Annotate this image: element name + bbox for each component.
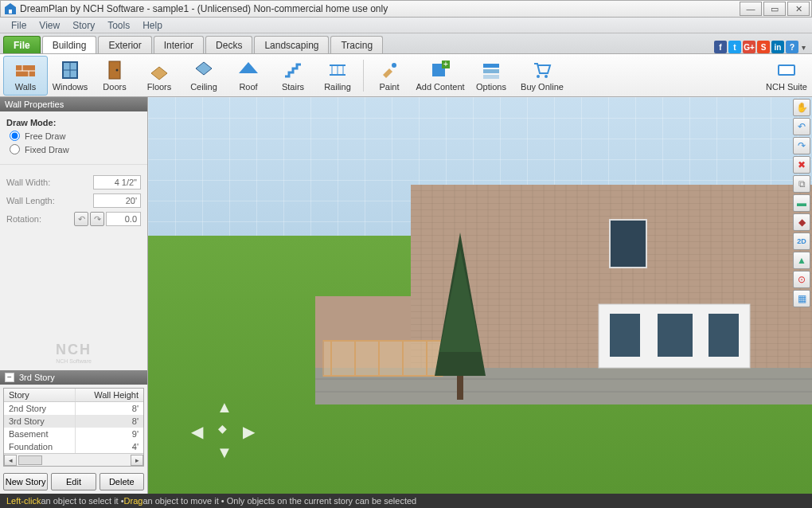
- roof-icon: [237, 59, 260, 81]
- social-dropdown[interactable]: ▾: [800, 43, 807, 52]
- collapse-story-button[interactable]: −: [5, 373, 14, 382]
- linkedin-icon[interactable]: in: [771, 41, 784, 53]
- rotation-input[interactable]: [106, 212, 141, 226]
- svg-text:+: +: [443, 60, 448, 68]
- tab-file[interactable]: File: [3, 36, 41, 53]
- stumble-icon[interactable]: S: [757, 41, 770, 53]
- roof-icon[interactable]: ▲: [793, 252, 810, 269]
- svg-rect-22: [483, 64, 499, 68]
- nav-up[interactable]: ▲: [217, 398, 232, 416]
- tab-interior[interactable]: Interior: [154, 36, 204, 53]
- house-model: [315, 185, 812, 416]
- app-title: DreamPlan by NCH Software - sample1 - (U…: [20, 3, 388, 14]
- wall-length-input[interactable]: [93, 193, 141, 208]
- tool-add-content[interactable]: +Add Content: [412, 56, 469, 96]
- redo-icon[interactable]: ↷: [793, 137, 810, 154]
- pan-icon[interactable]: ✋: [793, 99, 810, 116]
- draw-mode-label: Draw Mode:: [6, 118, 56, 127]
- buy-icon: [531, 59, 553, 81]
- maximize-button[interactable]: ▭: [763, 2, 786, 16]
- scroll-left-button[interactable]: ◂: [4, 455, 17, 466]
- svg-rect-42: [610, 220, 646, 268]
- tool-stairs[interactable]: Stairs: [271, 56, 315, 96]
- edit-button[interactable]: Edit: [51, 473, 96, 490]
- new-story-button[interactable]: New Story: [3, 473, 48, 490]
- menu-tools[interactable]: Tools: [101, 20, 136, 31]
- close-button[interactable]: ✕: [787, 2, 810, 16]
- snap-icon[interactable]: ⊙: [793, 271, 810, 288]
- scroll-right-button[interactable]: ▸: [131, 455, 143, 466]
- tab-landscaping[interactable]: Landscaping: [254, 36, 329, 53]
- svg-point-26: [545, 75, 548, 78]
- tab-building[interactable]: Building: [42, 36, 97, 53]
- story-col-height[interactable]: Wall Height: [76, 389, 143, 401]
- tool-paint[interactable]: Paint: [367, 56, 412, 96]
- rotate-ccw-button[interactable]: ↶: [74, 212, 88, 226]
- table-row[interactable]: 2nd Story8': [4, 402, 143, 415]
- menu-help[interactable]: Help: [136, 20, 169, 31]
- story-table: Story Wall Height 2nd Story8'3rd Story8'…: [3, 388, 144, 467]
- tool-buy-online[interactable]: Buy Online: [513, 56, 571, 96]
- help-icon[interactable]: ?: [786, 41, 798, 53]
- tool-floors[interactable]: Floors: [137, 56, 182, 96]
- sidebar: Wall Properties Draw Mode: Free Draw Fix…: [0, 97, 148, 494]
- add-icon: +: [429, 59, 451, 81]
- google-icon[interactable]: G+: [743, 41, 755, 53]
- svg-marker-12: [239, 62, 258, 73]
- menu-story[interactable]: Story: [66, 20, 101, 31]
- tool-walls[interactable]: Walls: [3, 56, 48, 96]
- tab-exterior[interactable]: Exterior: [98, 36, 151, 53]
- menu-bar: FileViewStoryToolsHelp: [0, 18, 812, 33]
- paint-icon: [378, 59, 400, 81]
- free-draw-radio[interactable]: [10, 131, 20, 141]
- wall-width-input[interactable]: [93, 175, 141, 190]
- story-icon[interactable]: ▬: [793, 194, 810, 212]
- twitter-icon[interactable]: t: [728, 41, 741, 53]
- tool-doors[interactable]: Doors: [92, 56, 137, 96]
- viewport-3d[interactable]: ▲ ▼ ◀ ▶ ◆ ✋↶↷✖⧉▬◆2D▲⊙▦: [148, 97, 812, 494]
- copy-icon[interactable]: ⧉: [793, 175, 810, 193]
- nav-down[interactable]: ▼: [217, 444, 232, 462]
- delete-icon[interactable]: ✖: [793, 156, 810, 174]
- toolbar: WallsWindowsDoorsFloorsCeilingRoofStairs…: [0, 54, 812, 97]
- fixed-draw-radio[interactable]: [10, 144, 20, 154]
- story-col-story[interactable]: Story: [4, 389, 76, 401]
- panel-title: Wall Properties: [0, 97, 147, 111]
- nch-suite-button[interactable]: NCH Suite: [764, 56, 809, 96]
- story-panel-header: − 3rd Story: [0, 370, 147, 385]
- terrain-icon[interactable]: ◆: [793, 213, 810, 231]
- table-row[interactable]: Basement9': [4, 428, 143, 440]
- tab-tracing[interactable]: Tracing: [330, 36, 383, 53]
- nav-center[interactable]: ◆: [218, 422, 227, 435]
- svg-marker-10: [151, 67, 167, 80]
- 2d-icon[interactable]: 2D: [793, 233, 810, 250]
- minimize-button[interactable]: —: [740, 2, 762, 16]
- title-bar: DreamPlan by NCH Software - sample1 - (U…: [0, 0, 812, 18]
- nav-compass: ▲ ▼ ◀ ▶ ◆: [191, 398, 255, 462]
- doors-icon: [103, 59, 126, 81]
- svg-rect-39: [610, 314, 640, 357]
- tool-railing[interactable]: Railing: [315, 56, 360, 96]
- tool-options[interactable]: Options: [469, 56, 513, 96]
- menu-view[interactable]: View: [33, 20, 66, 31]
- tool-roof[interactable]: Roof: [226, 56, 271, 96]
- tab-decks[interactable]: Decks: [205, 36, 252, 53]
- undo-icon[interactable]: ↶: [793, 118, 810, 135]
- menu-file[interactable]: File: [5, 20, 33, 31]
- tool-ceiling[interactable]: Ceiling: [182, 56, 226, 96]
- delete-button[interactable]: Delete: [100, 473, 144, 490]
- table-row[interactable]: Foundation4': [4, 440, 143, 453]
- grid-icon[interactable]: ▦: [793, 290, 810, 307]
- table-row[interactable]: 3rd Story8': [4, 415, 143, 428]
- svg-rect-41: [709, 314, 739, 357]
- windows-icon: [59, 59, 81, 81]
- rotate-cw-button[interactable]: ↷: [90, 212, 104, 226]
- facebook-icon[interactable]: f: [714, 41, 727, 53]
- svg-point-18: [392, 63, 396, 68]
- nav-right[interactable]: ▶: [243, 422, 255, 441]
- nav-left[interactable]: ◀: [191, 422, 203, 441]
- tool-windows[interactable]: Windows: [48, 56, 92, 96]
- scroll-thumb[interactable]: [18, 455, 42, 465]
- svg-rect-40: [658, 314, 693, 357]
- walls-icon: [14, 59, 37, 81]
